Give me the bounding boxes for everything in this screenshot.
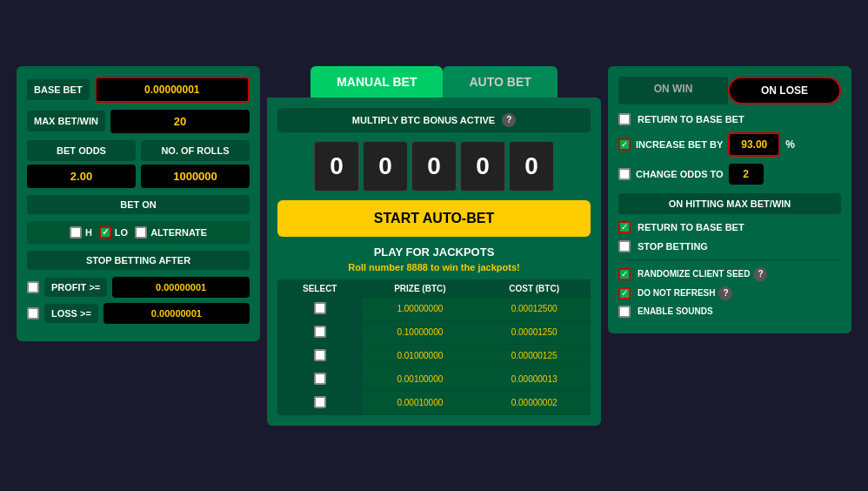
base-bet-value[interactable]: 0.00000001 xyxy=(95,77,250,103)
stop-section: STOP BETTING AFTER PROFIT >= 0.00000001 … xyxy=(27,251,250,324)
no-rolls-col: NO. OF ROLLS 1000000 xyxy=(141,140,250,188)
jackpot-title: PLAY FOR JACKPOTS xyxy=(374,246,495,259)
profit-checkbox[interactable] xyxy=(27,281,39,293)
row-cost: 0.00001250 xyxy=(477,320,591,344)
table-row: 0.100000000.00001250 xyxy=(277,320,591,344)
col-prize: PRIZE (BTC) xyxy=(363,279,478,298)
h-checkbox[interactable] xyxy=(70,226,82,239)
alternate-checkbox-label[interactable]: ALTERNATE xyxy=(135,226,207,239)
row-select[interactable] xyxy=(277,298,363,321)
loss-checkbox[interactable] xyxy=(27,307,39,319)
do-not-refresh-label: DO NOT REFRESH ? xyxy=(638,286,732,300)
odds-rolls-row: BET ODDS 2.00 NO. OF ROLLS 1000000 xyxy=(27,140,250,188)
digit-4: 0 xyxy=(509,141,554,192)
do-not-refresh-checkbox[interactable] xyxy=(618,287,631,299)
randomize-label: RANDOMIZE CLIENT SEED ? xyxy=(638,267,767,281)
bonus-question-icon[interactable]: ? xyxy=(502,113,516,127)
loss-row: LOSS >= 0.00000001 xyxy=(27,303,250,324)
randomize-question-icon[interactable]: ? xyxy=(753,267,767,281)
jackpot-table: SELECT PRIZE (BTC) COST (BTC) 1.00000000… xyxy=(277,279,591,415)
row-select[interactable] xyxy=(277,344,363,367)
profit-label: PROFIT >= xyxy=(44,278,107,297)
col-select: SELECT xyxy=(277,279,363,298)
on-win-tab[interactable]: ON WIN xyxy=(618,77,728,104)
increase-bet-value[interactable]: 93.00 xyxy=(728,132,780,157)
max-bet-row: MAX BET/WIN 20 xyxy=(27,110,250,133)
table-row: 0.001000000.00000013 xyxy=(277,367,591,391)
change-odds-row: CHANGE ODDS TO 2 xyxy=(618,164,841,185)
enable-sounds-label: ENABLE SOUNDS xyxy=(638,306,713,316)
row-checkbox[interactable] xyxy=(314,326,326,338)
jackpot-sub: Roll number 8888 to win the jackpots! xyxy=(348,262,519,272)
change-odds-label: CHANGE ODDS TO xyxy=(636,169,724,179)
row-select[interactable] xyxy=(277,320,363,344)
randomize-checkbox[interactable] xyxy=(618,268,631,280)
do-not-refresh-option: DO NOT REFRESH ? xyxy=(618,286,841,300)
row-checkbox[interactable] xyxy=(314,349,326,361)
increase-bet-label: INCREASE BET BY xyxy=(636,139,723,150)
table-row: 1.000000000.00012500 xyxy=(277,298,591,321)
loss-label: LOSS >= xyxy=(44,304,98,323)
col-cost: COST (BTC) xyxy=(477,279,591,298)
row-cost: 0.00000002 xyxy=(477,391,591,414)
row-cost: 0.00000125 xyxy=(477,344,591,367)
stop-betting-option: STOP BETTING xyxy=(618,240,841,252)
row-checkbox[interactable] xyxy=(314,396,326,408)
lo-checkbox-label[interactable]: LO xyxy=(99,226,128,239)
hitting-return-label: RETURN TO BASE BET xyxy=(638,222,744,232)
base-bet-label: BASE BET xyxy=(27,79,90,100)
stop-betting-label: STOP BETTING xyxy=(638,241,708,252)
digit-3: 0 xyxy=(460,141,505,192)
alternate-checkbox[interactable] xyxy=(135,226,147,239)
tab-row: MANUAL BET AUTO BET xyxy=(310,66,558,98)
on-lose-tab[interactable]: ON LOSE xyxy=(728,77,841,104)
loss-value[interactable]: 0.00000001 xyxy=(103,303,250,324)
bet-odds-value[interactable]: 2.00 xyxy=(27,165,136,188)
tab-manual[interactable]: MANUAL BET xyxy=(310,66,443,98)
lo-checkbox[interactable] xyxy=(99,226,111,239)
start-auto-bet-button[interactable]: START AUTO-BET xyxy=(277,200,591,237)
bonus-text: MULTIPLY BTC BONUS ACTIVE xyxy=(352,115,495,125)
profit-row: PROFIT >= 0.00000001 xyxy=(27,277,250,298)
row-cost: 0.00000013 xyxy=(477,367,591,391)
tab-auto[interactable]: AUTO BET xyxy=(443,66,557,98)
row-prize: 0.01000000 xyxy=(363,344,478,367)
no-rolls-value[interactable]: 1000000 xyxy=(141,165,250,188)
digit-0: 0 xyxy=(314,141,359,192)
change-odds-value[interactable]: 2 xyxy=(729,164,764,185)
hitting-max-bar: ON HITTING MAX BET/WIN xyxy=(618,193,841,214)
no-rolls-label: NO. OF ROLLS xyxy=(141,140,250,161)
row-prize: 0.10000000 xyxy=(363,320,478,344)
bet-on-section: BET ON H LO ALTERNATE xyxy=(27,195,250,244)
hitting-return-option: RETURN TO BASE BET xyxy=(618,221,841,233)
h-checkbox-label[interactable]: H xyxy=(70,226,92,239)
row-checkbox[interactable] xyxy=(314,302,326,314)
row-cost: 0.00012500 xyxy=(477,298,591,321)
row-select[interactable] xyxy=(277,391,363,414)
bonus-bar: MULTIPLY BTC BONUS ACTIVE ? xyxy=(277,108,591,132)
base-bet-row: BASE BET 0.00000001 xyxy=(27,77,250,103)
left-panel: BASE BET 0.00000001 MAX BET/WIN 20 BET O… xyxy=(17,66,260,341)
row-prize: 0.00010000 xyxy=(363,391,478,414)
max-bet-value[interactable]: 20 xyxy=(110,110,250,133)
hitting-return-checkbox[interactable] xyxy=(618,221,631,233)
refresh-question-icon[interactable]: ? xyxy=(718,286,732,300)
increase-bet-checkbox[interactable] xyxy=(618,138,631,151)
row-checkbox[interactable] xyxy=(314,373,326,385)
max-bet-label: MAX BET/WIN xyxy=(27,111,105,131)
return-base-checkbox[interactable] xyxy=(618,113,631,125)
enable-sounds-checkbox[interactable] xyxy=(618,306,631,318)
row-select[interactable] xyxy=(277,367,363,391)
stop-betting-checkbox[interactable] xyxy=(618,240,631,252)
row-prize: 1.00000000 xyxy=(363,298,478,321)
profit-value[interactable]: 0.00000001 xyxy=(112,277,250,298)
bet-on-title: BET ON xyxy=(27,195,250,214)
table-row: 0.000100000.00000002 xyxy=(277,391,591,414)
digit-2: 0 xyxy=(411,141,457,192)
bet-odds-col: BET ODDS 2.00 xyxy=(27,140,136,188)
enable-sounds-option: ENABLE SOUNDS xyxy=(618,306,841,318)
bet-odds-label: BET ODDS xyxy=(27,140,136,161)
change-odds-checkbox[interactable] xyxy=(618,168,631,180)
return-base-label: RETURN TO BASE BET xyxy=(638,114,744,124)
win-lose-tabs: ON WIN ON LOSE xyxy=(618,77,841,104)
